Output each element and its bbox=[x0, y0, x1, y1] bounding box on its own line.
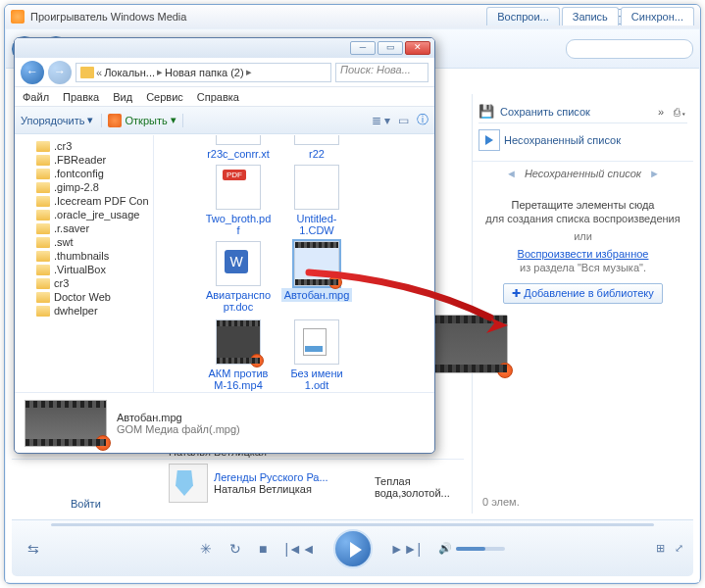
drop-sub2: из раздела "Вся музыка". bbox=[478, 262, 687, 273]
gom-badge-icon bbox=[95, 435, 111, 451]
album-line1[interactable]: Легенды Русского Ра... bbox=[214, 471, 328, 483]
tree-node: .r.saver bbox=[15, 221, 153, 235]
wmp-search bbox=[566, 39, 693, 59]
list-options-button[interactable]: ⎙▾ bbox=[674, 106, 687, 118]
tree-node: .swt bbox=[15, 235, 153, 249]
tree-node: .oracle_jre_usage bbox=[15, 208, 153, 221]
play-icon bbox=[478, 129, 500, 151]
gom-badge-icon bbox=[250, 354, 264, 368]
menu-file[interactable]: Файл bbox=[23, 91, 49, 103]
chevron-down-icon[interactable]: » bbox=[658, 106, 664, 118]
track-title[interactable]: Теплая вода,золотой... bbox=[375, 475, 464, 499]
item-count: 0 элем. bbox=[482, 496, 520, 508]
album-art[interactable] bbox=[169, 464, 208, 503]
file-item[interactable]: r22 bbox=[281, 135, 352, 161]
ex-minimize-button[interactable]: ─ bbox=[350, 41, 376, 55]
drop-main: Перетащите элементы сюда bbox=[478, 199, 687, 211]
tree-node: .fontconfig bbox=[15, 167, 153, 180]
status-filename: Автобан.mpg bbox=[117, 412, 240, 423]
play-button[interactable] bbox=[333, 529, 373, 568]
play-favorites-link[interactable]: Воспроизвести избранное bbox=[478, 248, 687, 260]
tab-sync[interactable]: Синхрон... bbox=[621, 7, 694, 25]
help-button[interactable]: ⓘ bbox=[417, 112, 428, 128]
tree-node: cr3 bbox=[15, 276, 153, 290]
shuffle-button[interactable]: ✳ bbox=[200, 541, 212, 557]
list-title: Несохраненный список bbox=[525, 168, 641, 179]
seek-bar[interactable] bbox=[51, 523, 654, 526]
next-button[interactable]: ►►| bbox=[390, 541, 421, 557]
menu-help[interactable]: Справка bbox=[197, 91, 239, 103]
volume-icon: 🔊 bbox=[438, 542, 452, 555]
playlist-panel: 💾 Сохранить список » ⎙▾ Несохраненный сп… bbox=[472, 94, 693, 514]
switch-view-icon[interactable]: ⇆ bbox=[27, 541, 39, 557]
ex-maximize-button[interactable]: ▭ bbox=[378, 41, 403, 55]
file-pdf[interactable]: Two_broth.pdf bbox=[203, 165, 274, 237]
tree-node: .VirtualBox bbox=[15, 263, 153, 276]
ex-close-button[interactable]: ✕ bbox=[405, 41, 430, 55]
file-item[interactable]: r23c_conrr.xt bbox=[203, 135, 274, 161]
crumb-1[interactable]: Локальн... bbox=[104, 67, 155, 78]
player-controls: ⇆ ✳ ↻ ■ |◄◄ ►►| 🔊 ⊞ ⤢ bbox=[12, 519, 693, 576]
tree-node: .gimp-2.8 bbox=[15, 180, 153, 194]
wmp-search-input[interactable] bbox=[566, 39, 693, 59]
drop-or: или bbox=[478, 230, 687, 242]
folder-tree[interactable]: .cr3 .FBReader .fontconfig .gimp-2.8 .Ic… bbox=[15, 135, 154, 392]
next-list-icon[interactable]: ► bbox=[649, 168, 660, 179]
ex-search-input[interactable]: Поиск: Нова... bbox=[335, 63, 428, 82]
prev-button[interactable]: |◄◄ bbox=[284, 541, 315, 557]
file-cdw[interactable]: Untitled-1.CDW bbox=[281, 165, 352, 237]
menu-edit[interactable]: Правка bbox=[63, 91, 99, 103]
tab-play[interactable]: Воспрои... bbox=[486, 7, 559, 25]
tree-node: dwhelper bbox=[15, 304, 153, 318]
menu-view[interactable]: Вид bbox=[113, 91, 132, 103]
fullscreen-icon[interactable]: ⤢ bbox=[675, 542, 683, 555]
file-odt[interactable]: Без имени 1.odt bbox=[281, 319, 352, 392]
gom-badge-icon bbox=[497, 363, 513, 378]
stop-button[interactable]: ■ bbox=[259, 541, 267, 557]
repeat-button[interactable]: ↻ bbox=[229, 541, 241, 557]
save-list-button[interactable]: Сохранить список bbox=[500, 106, 590, 118]
view-mode-button[interactable]: ≣ ▾ bbox=[372, 114, 390, 127]
wmp-app-icon bbox=[11, 10, 25, 24]
file-pane[interactable]: r23c_conrr.xt r22 Two_broth.pdf Untitled… bbox=[154, 135, 434, 392]
tree-node: .FBReader bbox=[15, 153, 153, 167]
volume-slider[interactable] bbox=[456, 547, 505, 551]
playlist-dropzone[interactable]: Перетащите элементы сюда для создания сп… bbox=[478, 199, 687, 304]
folder-icon bbox=[80, 67, 94, 78]
album-line2[interactable]: Наталья Ветлицкая bbox=[214, 483, 328, 495]
open-button[interactable]: Открыть ▾ bbox=[101, 114, 182, 127]
save-icon: 💾 bbox=[478, 104, 494, 119]
ex-status-bar: Автобан.mpg GOM Медиа файл(.mpg) bbox=[15, 392, 434, 453]
ex-back-button[interactable]: ← bbox=[21, 61, 44, 84]
file-mpg-selected[interactable]: Автобан.mpg bbox=[281, 241, 352, 302]
list-title-row: ◄ Несохраненный список ► bbox=[478, 168, 687, 179]
breadcrumb-bar[interactable]: « Локальн... ▸ Новая папка (2) ▸ bbox=[76, 63, 331, 82]
ex-menubar: Файл Правка Вид Сервис Справка bbox=[15, 87, 434, 107]
explorer-window: ─ ▭ ✕ ← → « Локальн... ▸ Новая папка (2)… bbox=[14, 37, 435, 454]
drop-sub: для создания списка воспроизведения bbox=[478, 213, 687, 224]
tab-burn[interactable]: Запись bbox=[562, 7, 619, 25]
crumb-2[interactable]: Новая папка (2) bbox=[165, 67, 244, 78]
file-mp4[interactable]: АКМ против М-16.mp4 bbox=[203, 319, 274, 392]
mini-player-icon[interactable]: ⊞ bbox=[656, 542, 665, 555]
organize-button[interactable]: Упорядочить ▾ bbox=[21, 114, 93, 126]
new-list-link[interactable]: Несохраненный список bbox=[504, 134, 621, 146]
tree-node: .Icecream PDF Con bbox=[15, 194, 153, 208]
menu-service[interactable]: Сервис bbox=[146, 91, 183, 103]
file-doc[interactable]: Авиатранспорт.doc bbox=[203, 241, 274, 314]
tree-node: Doctor Web bbox=[15, 290, 153, 304]
add-to-library-button[interactable]: ✚ Добавление в библиотеку bbox=[503, 283, 663, 304]
status-thumb bbox=[25, 400, 107, 447]
now-playing-bar: Наталья Ветлицкая Легенды Русского Ра...… bbox=[12, 459, 464, 514]
preview-pane-button[interactable]: ▭ bbox=[398, 114, 409, 127]
open-icon bbox=[108, 114, 122, 127]
ex-forward-button[interactable]: → bbox=[48, 61, 72, 84]
volume-control[interactable]: 🔊 bbox=[438, 542, 505, 555]
prev-list-icon[interactable]: ◄ bbox=[506, 168, 517, 179]
gom-badge-icon bbox=[328, 275, 342, 289]
tree-node: .thumbnails bbox=[15, 249, 153, 263]
login-link[interactable]: Войти bbox=[71, 498, 101, 510]
status-filetype: GOM Медиа файл(.mpg) bbox=[117, 423, 240, 435]
tree-node: .cr3 bbox=[15, 139, 153, 153]
